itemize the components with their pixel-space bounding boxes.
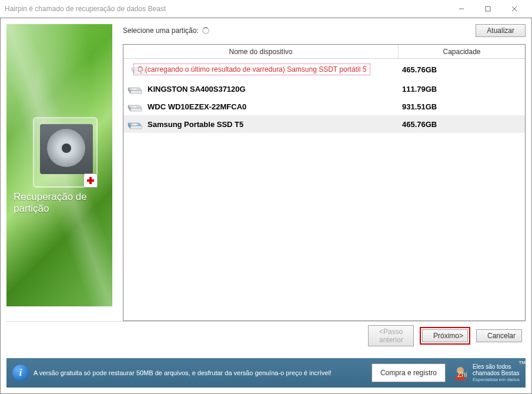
svg-rect-1 — [486, 6, 490, 11]
capacity-value: 111.79GB — [399, 85, 525, 94]
footer-bar: i A versão gratuita só pode restaurar 50… — [6, 358, 526, 388]
table-row[interactable]: WDC WD10EZEX-22MFCA0931.51GB — [123, 98, 525, 115]
table-row[interactable]: KINGSTON SA400S37120G111.79GB — [123, 80, 525, 98]
device-name: WDC WD10EZEX-22MFCA0 — [148, 102, 246, 111]
main-panel: Recuperação de partição Selecione uma pa… — [0, 18, 532, 394]
brand-logo: Zhi TM Eles são todos chamados Bestas Es… — [451, 363, 520, 382]
table-row[interactable]: Samsung Portable SSD T5465.76GB — [123, 115, 525, 133]
plus-icon — [83, 173, 98, 188]
device-name: Samsung Portable SSD T5 — [148, 120, 243, 129]
svg-rect-5 — [87, 179, 94, 182]
svg-point-8 — [131, 106, 138, 108]
header-device-name[interactable]: Nome do dispositivo — [123, 45, 399, 58]
info-icon: i — [12, 365, 29, 381]
header-capacity[interactable]: Capacidade — [399, 45, 525, 58]
next-highlight: Próximo> — [420, 327, 470, 345]
capacity-value: 465.76GB — [399, 65, 525, 74]
capacity-value: 931.51GB — [399, 102, 525, 111]
right-pane: Selecione uma partição: Atualizar Nome d… — [112, 24, 526, 321]
svg-point-7 — [131, 88, 138, 91]
brand-line1: Eles são todos — [473, 363, 520, 370]
footer-info-text: A versão gratuita só pode restaurar 50MB… — [34, 369, 372, 376]
drive-icon — [126, 101, 143, 112]
next-step-button[interactable]: Próximo> — [422, 329, 468, 342]
drive-icon — [130, 63, 146, 76]
sidebar-title: Recuperação de partição — [14, 191, 109, 215]
drive-icon — [126, 118, 143, 130]
window-title: Hairpin é chamado de recuperação de dado… — [5, 5, 448, 13]
svg-text:Zhi: Zhi — [457, 370, 467, 379]
brand-sub: Especialista em dados — [473, 377, 520, 382]
svg-point-6 — [135, 68, 142, 70]
tm-label: TM — [518, 360, 526, 365]
maximize-button[interactable] — [474, 1, 501, 17]
sidebar: Recuperação de partição — [6, 24, 112, 306]
cancel-button[interactable]: Cancelar — [476, 329, 522, 342]
refresh-button[interactable]: Atualizar — [476, 24, 526, 37]
svg-point-9 — [131, 123, 138, 126]
table-row[interactable]: Q (carregando o último resultado de varr… — [123, 59, 525, 80]
buy-register-button[interactable]: Compra e registro — [372, 363, 446, 382]
nav-buttons: <Passo anterior Próximo> Cancelar — [6, 328, 526, 344]
device-table: Nome do dispositivo Capacidade Q (carreg… — [123, 44, 526, 321]
titlebar: Hairpin é chamado de recuperação de dado… — [0, 0, 532, 18]
close-button[interactable] — [501, 1, 527, 17]
prev-step-button[interactable]: <Passo anterior — [368, 325, 414, 346]
brand-avatar-icon: Zhi — [451, 364, 469, 382]
table-header: Nome do dispositivo Capacidade — [123, 45, 525, 59]
loading-spinner-icon — [202, 27, 209, 34]
scan-result-label: Q (carregando o último resultado de varr… — [133, 64, 370, 75]
device-name: KINGSTON SA400S37120G — [148, 85, 246, 94]
brand-line2: chamados Bestas — [473, 370, 520, 377]
select-partition-label: Selecione uma partição: — [123, 26, 199, 35]
hdd-illustration — [33, 117, 98, 188]
capacity-value: 465.76GB — [399, 120, 525, 129]
drive-icon — [126, 83, 143, 95]
minimize-button[interactable] — [448, 1, 474, 17]
